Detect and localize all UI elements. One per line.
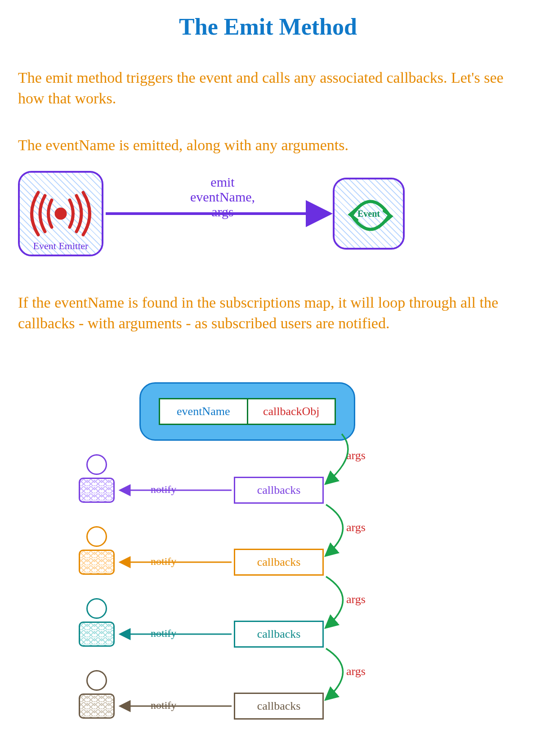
notify-label-1: notify <box>151 483 176 496</box>
subscriptions-entry: eventName callbackObj <box>159 398 336 425</box>
event-box-label: Event <box>357 209 380 219</box>
user-icon-2 <box>76 526 117 576</box>
subscriptions-eventname: eventName <box>160 399 248 424</box>
emit-arrow-label: emit eventName, args <box>164 174 281 219</box>
emit-arrow-line3: args <box>164 204 281 219</box>
args-label-3: args <box>346 593 366 606</box>
emit-arrow-line1: emit <box>164 174 281 189</box>
subscriptions-callbackobj: callbackObj <box>248 399 335 424</box>
intro-paragraph: The emit method triggers the event and c… <box>18 67 513 109</box>
event-box: Event <box>333 178 405 250</box>
page-title: The Emit Method <box>0 13 536 40</box>
event-emitter-box: Event Emitter <box>18 171 103 256</box>
user-icon-3 <box>76 598 117 648</box>
loop-paragraph: If the eventName is found in the subscri… <box>18 292 522 334</box>
emit-paragraph: The eventName is emitted, along with any… <box>18 135 513 156</box>
args-label-4: args <box>346 665 366 678</box>
callbacks-box-4: callbacks <box>234 693 324 720</box>
args-label-1: args <box>346 449 366 462</box>
event-emitter-label: Event Emitter <box>20 240 102 252</box>
emit-arrow-line2: eventName, <box>164 189 281 204</box>
svg-point-0 <box>56 209 65 218</box>
args-label-2: args <box>346 521 366 534</box>
subscriptions-map: eventName callbackObj <box>139 382 355 441</box>
notify-label-2: notify <box>151 555 176 568</box>
user-icon-1 <box>76 454 117 504</box>
callbacks-box-1: callbacks <box>234 477 324 504</box>
notify-label-4: notify <box>151 699 176 711</box>
callbacks-box-3: callbacks <box>234 621 324 648</box>
callbacks-box-2: callbacks <box>234 549 324 576</box>
notify-label-3: notify <box>151 627 176 640</box>
user-icon-4 <box>76 670 117 720</box>
